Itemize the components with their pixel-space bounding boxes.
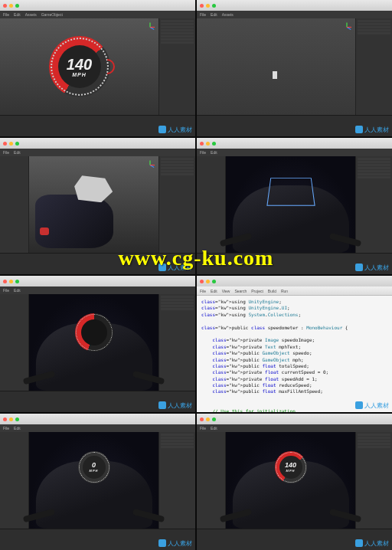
menu-bar[interactable]: File Edit — [197, 149, 392, 156]
orientation-gizmo[interactable] — [145, 21, 155, 32]
zoom-icon[interactable] — [15, 280, 19, 283]
window-titlebar[interactable] — [197, 414, 392, 424]
orientation-gizmo[interactable] — [145, 159, 155, 170]
zoom-icon[interactable] — [15, 142, 19, 146]
inspector-panel[interactable] — [355, 432, 392, 529]
code-menu-bar[interactable]: File Edit View Search Project Build Run — [197, 286, 392, 296]
wireframe-polygon[interactable] — [74, 175, 113, 202]
minimize-icon[interactable] — [9, 280, 13, 283]
menu-item[interactable]: File — [200, 426, 206, 431]
gauge-readout: 140 MPH — [49, 36, 110, 97]
menu-item[interactable]: Build — [268, 289, 276, 293]
hierarchy-panel[interactable] — [197, 156, 226, 253]
menu-item[interactable]: Edit — [14, 150, 21, 155]
close-icon[interactable] — [3, 417, 7, 421]
menu-item[interactable]: File — [200, 12, 206, 17]
menu-item[interactable]: Edit — [14, 426, 21, 431]
scene-object[interactable] — [273, 71, 277, 79]
window-titlebar[interactable] — [197, 0, 392, 11]
ui-rect-transform[interactable] — [266, 178, 315, 206]
close-icon[interactable] — [200, 142, 204, 146]
minimize-icon[interactable] — [206, 142, 210, 146]
close-icon[interactable] — [200, 4, 204, 8]
menu-item[interactable]: Edit — [211, 12, 217, 17]
game-viewport[interactable]: 0 MPH — [29, 432, 158, 529]
minimize-icon[interactable] — [206, 280, 210, 283]
close-icon[interactable] — [3, 280, 7, 283]
menu-item[interactable]: GameObject — [41, 12, 63, 17]
project-panel[interactable] — [197, 529, 392, 550]
zoom-icon[interactable] — [212, 142, 216, 146]
menu-item[interactable]: Run — [281, 289, 288, 293]
inspector-panel[interactable] — [355, 18, 392, 115]
menu-bar[interactable]: File Edit Assets GameObject — [0, 11, 195, 18]
inspector-panel[interactable] — [158, 294, 195, 391]
menu-item[interactable]: File — [3, 288, 9, 293]
inspector-panel[interactable] — [355, 156, 392, 253]
menu-item[interactable]: Search — [234, 289, 247, 293]
menu-item[interactable]: Assets — [25, 12, 37, 17]
project-panel[interactable] — [0, 115, 195, 136]
close-icon[interactable] — [3, 142, 7, 146]
project-panel[interactable] — [0, 529, 195, 550]
orientation-gizmo[interactable] — [341, 21, 352, 32]
menu-item[interactable]: Edit — [14, 12, 21, 17]
hierarchy-panel[interactable] — [0, 156, 29, 253]
project-panel[interactable] — [197, 115, 392, 136]
minimize-icon[interactable] — [9, 142, 13, 146]
code-text-area[interactable]: class="kw">using UnityEngine; class="kw"… — [197, 296, 392, 412]
zoom-icon[interactable] — [15, 417, 19, 421]
menu-bar[interactable]: File Edit Assets — [197, 11, 392, 18]
project-panel[interactable] — [0, 253, 195, 274]
zoom-icon[interactable] — [212, 280, 216, 283]
zoom-icon[interactable] — [212, 417, 216, 421]
menu-item[interactable]: File — [3, 150, 9, 155]
menu-item[interactable]: File — [3, 426, 9, 431]
zoom-icon[interactable] — [15, 4, 19, 8]
inspector-panel[interactable] — [158, 156, 195, 253]
scene-viewport[interactable]: 140 MPH — [0, 18, 158, 115]
menu-item[interactable]: File — [200, 289, 206, 293]
menu-item[interactable]: File — [200, 150, 206, 155]
window-titlebar[interactable] — [0, 138, 195, 149]
hierarchy-panel[interactable] — [197, 432, 226, 529]
project-panel[interactable] — [0, 391, 195, 412]
inspector-panel[interactable] — [158, 18, 195, 115]
zoom-icon[interactable] — [212, 4, 216, 8]
menu-item[interactable]: Project — [251, 289, 263, 293]
close-icon[interactable] — [200, 280, 204, 283]
minimize-icon[interactable] — [206, 417, 210, 421]
hierarchy-panel[interactable] — [0, 432, 29, 529]
menu-bar[interactable]: File Edit — [197, 424, 392, 432]
menu-item[interactable]: Edit — [211, 289, 217, 293]
menu-item[interactable]: Assets — [222, 12, 234, 17]
motorcycle-mesh[interactable] — [35, 195, 113, 247]
close-icon[interactable] — [3, 4, 7, 8]
unity-panel-dash-gauge-partial: File Edit — [0, 276, 195, 412]
menu-item[interactable]: View — [222, 289, 230, 293]
minimize-icon[interactable] — [9, 417, 13, 421]
project-panel[interactable] — [197, 253, 392, 274]
scene-viewport[interactable] — [226, 156, 355, 253]
scene-viewport[interactable] — [29, 294, 158, 391]
hierarchy-panel[interactable] — [0, 294, 29, 391]
menu-item[interactable]: File — [3, 12, 9, 17]
menu-bar[interactable]: File Edit — [0, 286, 195, 294]
menu-bar[interactable]: File Edit — [0, 149, 195, 156]
game-viewport[interactable]: 140 MPH — [226, 432, 355, 529]
close-icon[interactable] — [200, 417, 204, 421]
inspector-panel[interactable] — [158, 432, 195, 529]
menu-item[interactable]: Edit — [14, 288, 21, 293]
scene-viewport[interactable] — [197, 18, 355, 115]
menu-item[interactable]: Edit — [211, 150, 217, 155]
window-titlebar[interactable] — [197, 276, 392, 286]
window-titlebar[interactable] — [0, 0, 195, 11]
scene-viewport[interactable] — [29, 156, 158, 253]
minimize-icon[interactable] — [206, 4, 210, 8]
menu-bar[interactable]: File Edit — [0, 424, 195, 432]
minimize-icon[interactable] — [9, 4, 13, 8]
window-titlebar[interactable] — [0, 276, 195, 286]
window-titlebar[interactable] — [0, 414, 195, 424]
menu-item[interactable]: Edit — [211, 426, 217, 431]
window-titlebar[interactable] — [197, 138, 392, 149]
